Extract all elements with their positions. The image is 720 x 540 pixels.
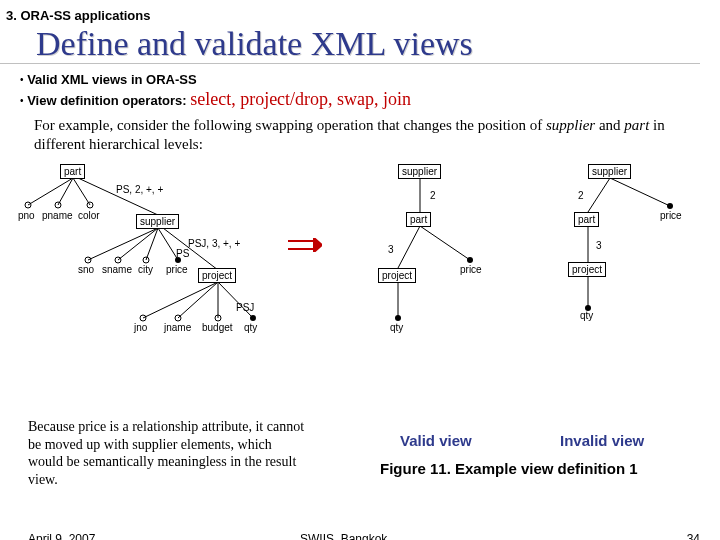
invalid-view-label: Invalid view xyxy=(560,432,644,449)
para-pre: For example, consider the following swap… xyxy=(34,117,546,133)
leaf-budget: budget xyxy=(202,322,233,333)
intro-paragraph: For example, consider the following swap… xyxy=(0,112,720,154)
valid-tree-lines xyxy=(340,160,520,350)
leaf-pno: pno xyxy=(18,210,35,221)
svg-line-0 xyxy=(28,178,73,205)
leaf-qty: qty xyxy=(244,322,257,333)
svg-line-28 xyxy=(420,226,470,260)
invalid-tree-lines xyxy=(540,160,710,325)
leaf-price-v: price xyxy=(460,264,482,275)
leaf-pname: pname xyxy=(42,210,73,221)
svg-point-36 xyxy=(667,203,673,209)
leaf-city: city xyxy=(138,264,153,275)
bullet-2: • View definition operators: select, pro… xyxy=(20,89,720,110)
leaf-qty-v: qty xyxy=(390,322,403,333)
ann-ps: PS, 2, +, + xyxy=(116,184,163,195)
operators-text: select, project/drop, swap, join xyxy=(190,89,411,109)
ann-3-i: 3 xyxy=(596,240,602,251)
page-title: Define and validate XML views xyxy=(0,23,700,64)
footer-date: April 9, 2007 xyxy=(28,532,95,540)
node-part: part xyxy=(60,164,85,179)
footer-venue: SWIIS, Bangkok xyxy=(300,532,387,540)
svg-point-14 xyxy=(250,315,256,321)
footer-page: 34 xyxy=(687,532,700,540)
node-supplier: supplier xyxy=(136,214,179,229)
leaf-jname: jname xyxy=(164,322,191,333)
bullet-list: • Valid XML views in ORA-SS • View defin… xyxy=(0,68,720,110)
leaf-sno: sno xyxy=(78,264,94,275)
leaf-sname: sname xyxy=(102,264,132,275)
node-part-v: part xyxy=(406,212,431,227)
diagram-area: part PS, 2, +, + supplier PSJ, 3, +, + p… xyxy=(10,160,710,360)
leaf-qty-i: qty xyxy=(580,310,593,321)
svg-point-31 xyxy=(395,315,401,321)
node-supplier-v: supplier xyxy=(398,164,441,179)
node-supplier-i: supplier xyxy=(588,164,631,179)
bullet-1-text: Valid XML views in ORA-SS xyxy=(27,72,197,87)
left-tree: part PS, 2, +, + supplier PSJ, 3, +, + p… xyxy=(18,160,278,350)
bullet-dot: • xyxy=(20,95,24,106)
svg-line-27 xyxy=(398,226,420,268)
para-it2: part xyxy=(624,117,649,133)
svg-line-7 xyxy=(158,228,178,260)
invalid-tree: supplier 2 part price 3 project qty xyxy=(540,160,710,325)
leaf-ps-tag: PS xyxy=(176,248,189,259)
svg-line-32 xyxy=(588,178,610,212)
node-project-i: project xyxy=(568,262,606,277)
valid-view-label: Valid view xyxy=(400,432,472,449)
ann-2-v: 2 xyxy=(430,190,436,201)
breadcrumb: 3. ORA-SS applications xyxy=(0,0,720,23)
transform-arrow-icon xyxy=(288,238,322,252)
valid-tree: supplier 2 part 3 project price qty xyxy=(340,160,520,350)
bullet-dot: • xyxy=(20,74,24,85)
leaf-jno: jno xyxy=(134,322,147,333)
figure-caption: Figure 11. Example view definition 1 xyxy=(380,460,638,477)
node-project-v: project xyxy=(378,268,416,283)
svg-line-33 xyxy=(610,178,670,206)
bullet-1: • Valid XML views in ORA-SS xyxy=(20,72,720,87)
ann-2-i: 2 xyxy=(578,190,584,201)
bullet-2-text: View definition operators: xyxy=(27,93,190,108)
semantic-note: Because price is a relationship attribut… xyxy=(28,418,308,488)
svg-line-10 xyxy=(178,282,218,318)
leaf-psj-tag: PSJ xyxy=(236,302,254,313)
leaf-price: price xyxy=(166,264,188,275)
ann-psj: PSJ, 3, +, + xyxy=(188,238,240,249)
leaf-price-i: price xyxy=(660,210,682,221)
svg-point-30 xyxy=(467,257,473,263)
para-it1: supplier xyxy=(546,117,595,133)
ann-3-v: 3 xyxy=(388,244,394,255)
svg-line-9 xyxy=(143,282,218,318)
leaf-color: color xyxy=(78,210,100,221)
node-part-i: part xyxy=(574,212,599,227)
para-mid: and xyxy=(599,117,624,133)
node-project: project xyxy=(198,268,236,283)
